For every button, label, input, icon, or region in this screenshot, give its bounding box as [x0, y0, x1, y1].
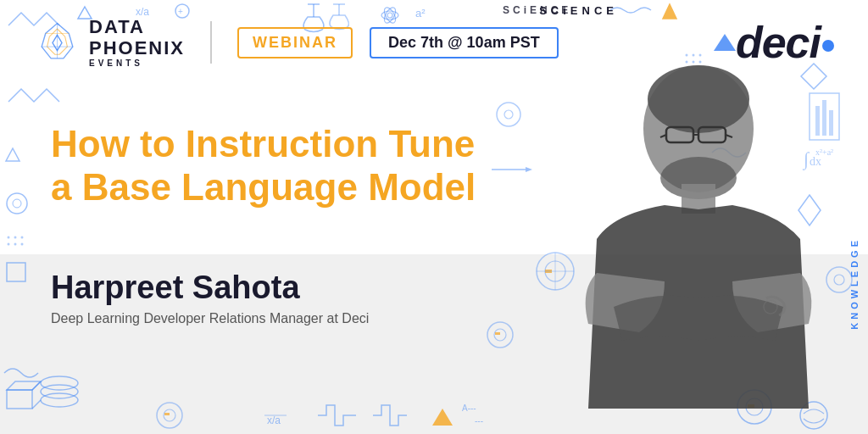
speaker-section: Harpreet Sahota Deep Learning Developer …	[51, 270, 369, 326]
webinar-badge: WEBINAR	[237, 27, 353, 58]
logo-text: DATA PHOENIX EVENTS	[89, 17, 185, 67]
science-label: SCiENCE	[539, 4, 618, 17]
logo-data-text: DATA	[89, 17, 185, 37]
logo-phoenix-text: PHOENIX	[89, 38, 185, 58]
date-box: Dec 7th @ 10am PST	[370, 27, 559, 58]
speaker-name: Harpreet Sahota	[51, 270, 369, 306]
vertical-divider	[210, 21, 212, 64]
person-silhouette	[529, 53, 843, 434]
main-container: x/a + a² SCiENCE	[0, 0, 868, 434]
header: DATA PHOENIX EVENTS WEBINAR Dec 7th @ 10…	[0, 17, 868, 68]
logo-container: DATA PHOENIX EVENTS	[34, 17, 185, 67]
logo-events-text: EVENTS	[89, 58, 185, 68]
deci-dot	[822, 40, 834, 52]
svg-point-81	[648, 65, 749, 133]
title-line2: a Base Language Model	[51, 166, 476, 209]
webinar-label: WEBINAR	[253, 34, 337, 51]
deci-text: deci	[736, 17, 821, 68]
speaker-photo	[529, 53, 843, 434]
knowledge-label: KNOWLEDGE	[849, 237, 860, 330]
data-phoenix-logo-icon	[34, 19, 81, 66]
speaker-title: Deep Learning Developer Relations Manage…	[51, 311, 369, 326]
main-title: How to Instruction Tune a Base Language …	[51, 123, 476, 209]
title-line1: How to Instruction Tune	[51, 123, 476, 166]
deci-logo: deci	[736, 17, 834, 68]
date-label: Dec 7th @ 10am PST	[388, 34, 540, 51]
